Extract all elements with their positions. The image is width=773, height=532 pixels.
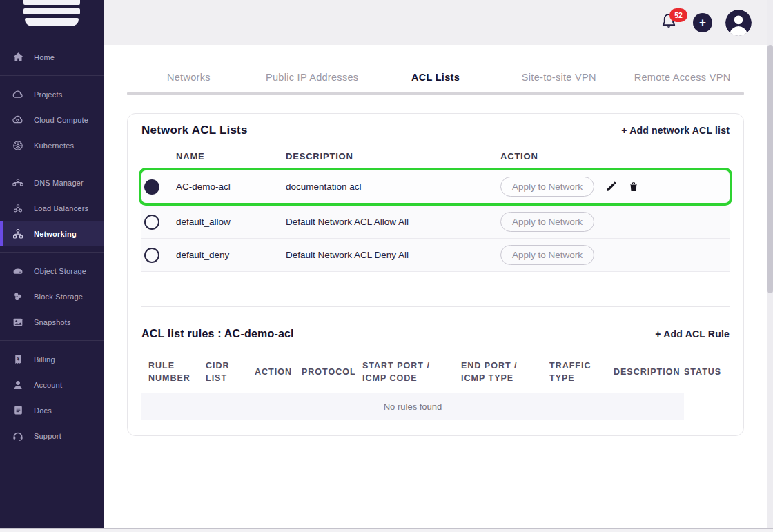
sidebar-group: $BillingAccountDocsSupport	[0, 341, 104, 454]
sidebar-item-networking[interactable]: Networking	[0, 221, 104, 246]
billing-icon: $	[11, 353, 25, 366]
object-storage-icon	[11, 264, 25, 278]
acl-description: Default Network ACL Allow All	[286, 217, 500, 227]
home-icon	[11, 50, 25, 64]
kubernetes-icon	[11, 139, 25, 152]
apply-to-network-button[interactable]: Apply to Network	[500, 212, 594, 232]
sidebar-item-block-storage[interactable]: Block Storage	[0, 284, 104, 309]
section-divider	[141, 306, 730, 307]
rules-title: ACL list rules : AC-demo-acl	[141, 328, 294, 340]
sidebar-item-load-balancers[interactable]: Load Balancers	[0, 195, 104, 221]
sidebar-item-label: Billing	[34, 355, 55, 364]
add-acl-rule-button[interactable]: + Add ACL Rule	[655, 328, 730, 339]
plus-icon: +	[699, 17, 706, 28]
vertical-scrollbar[interactable]	[767, 0, 773, 528]
edit-icon[interactable]	[605, 181, 617, 193]
sidebar-item-billing[interactable]: $Billing	[0, 346, 104, 372]
empty-state: No rules found	[141, 393, 684, 420]
projects-cloud-icon	[11, 88, 25, 101]
sidebar-item-dns-manager[interactable]: DNS Manager	[0, 170, 104, 195]
sidebar-item-projects[interactable]: Projects	[0, 81, 104, 107]
acl-description: documentation acl	[286, 181, 500, 192]
rules-column-start-port-icmp-code: START PORT / ICMP CODE	[362, 359, 461, 384]
tab-public-ip-addresses[interactable]: Public IP Addresses	[251, 72, 374, 83]
dns-manager-icon	[11, 176, 25, 190]
main-area: 52 + NetworksPublic IP AddressesACL List…	[104, 0, 773, 528]
tab-remote-access-vpn[interactable]: Remote Access VPN	[620, 72, 744, 83]
apply-to-network-button[interactable]: Apply to Network	[500, 245, 594, 265]
logo-bar	[23, 8, 80, 14]
acl-row-ac-demo-acl: AC-demo-acldocumentation aclApply to Net…	[139, 168, 732, 206]
sidebar-item-object-storage[interactable]: Object Storage	[0, 258, 104, 284]
acl-table-body: AC-demo-acldocumentation aclApply to Net…	[141, 168, 730, 272]
svg-text:$: $	[17, 356, 19, 362]
sidebar-item-label: Load Balancers	[34, 204, 88, 213]
tab-networks[interactable]: Networks	[127, 72, 251, 83]
networking-icon	[11, 227, 25, 241]
sidebar-item-label: Account	[34, 381, 62, 389]
sidebar-item-label: Home	[34, 53, 55, 61]
sidebar-item-snapshots[interactable]: Snapshots	[0, 309, 104, 335]
acl-select-radio[interactable]	[144, 248, 159, 263]
tab-bar: NetworksPublic IP AddressesACL ListsSite…	[127, 72, 744, 83]
rules-column-rule-number: RULE NUMBER	[141, 359, 206, 384]
acl-name: default_deny	[176, 250, 286, 260]
content: NetworksPublic IP AddressesACL ListsSite…	[104, 45, 773, 436]
acl-table-header: NAMEDESCRIPTIONACTION	[141, 151, 730, 161]
notifications-button[interactable]: 52	[659, 12, 680, 34]
sidebar: HomeProjectsCloud ComputeKubernetesDNS M…	[0, 0, 104, 528]
acl-name: AC-demo-acl	[176, 181, 286, 192]
sidebar-item-docs[interactable]: Docs	[0, 397, 104, 423]
acl-column-action: ACTION	[500, 151, 730, 161]
page-title: Network ACL Lists	[141, 124, 248, 137]
delete-icon[interactable]	[628, 181, 639, 193]
sidebar-nav: HomeProjectsCloud ComputeKubernetesDNS M…	[0, 39, 104, 454]
notification-badge: 52	[669, 8, 687, 22]
logo-bar	[23, 0, 80, 5]
sidebar-item-label: Snapshots	[34, 318, 71, 326]
sidebar-item-kubernetes[interactable]: Kubernetes	[0, 132, 104, 158]
sidebar-item-label: DNS Manager	[34, 179, 84, 187]
create-new-button[interactable]: +	[693, 13, 712, 32]
vertical-scrollbar-thumb[interactable]	[767, 45, 773, 293]
sidebar-item-label: Object Storage	[34, 267, 86, 275]
sidebar-item-home[interactable]: Home	[0, 44, 104, 70]
sidebar-group: DNS ManagerLoad BalancersNetworking	[0, 164, 104, 252]
rules-column-cidr-list: CIDR LIST	[206, 359, 255, 384]
sidebar-item-label: Docs	[34, 406, 52, 415]
account-icon	[11, 378, 25, 392]
sidebar-item-label: Support	[34, 432, 61, 440]
tab-underline	[127, 92, 744, 95]
add-network-acl-list-button[interactable]: + Add network ACL list	[621, 125, 730, 136]
rules-column-action: ACTION	[255, 366, 302, 378]
tab-site-to-site-vpn[interactable]: Site-to-site VPN	[497, 72, 620, 83]
sidebar-item-label: Networking	[34, 230, 77, 238]
acl-name: default_allow	[176, 217, 286, 227]
sidebar-group: ProjectsCloud ComputeKubernetes	[0, 76, 104, 164]
cloud-compute-icon	[11, 113, 25, 127]
acl-lists-card: Network ACL Lists + Add network ACL list…	[127, 113, 744, 436]
rules-column-protocol: PROTOCOL	[302, 366, 362, 378]
sidebar-item-cloud-compute[interactable]: Cloud Compute	[0, 107, 104, 132]
tab-acl-lists[interactable]: ACL Lists	[374, 72, 498, 83]
app-root: HomeProjectsCloud ComputeKubernetesDNS M…	[0, 0, 773, 532]
rules-table-header: RULE NUMBERCIDR LISTACTIONPROTOCOLSTART …	[141, 358, 730, 393]
acl-column-name: NAME	[176, 151, 286, 161]
rules-column-description: DESCRIPTION	[614, 366, 684, 378]
acl-select-radio[interactable]	[144, 215, 159, 230]
topbar: 52 +	[104, 0, 773, 45]
acl-select-radio[interactable]	[144, 179, 159, 195]
acl-row-default-deny: default_denyDefault Network ACL Deny All…	[141, 239, 730, 272]
docs-icon	[11, 404, 25, 417]
avatar[interactable]	[725, 10, 752, 36]
acl-column-description: DESCRIPTION	[286, 151, 500, 161]
stacked-bars-logo[interactable]	[23, 0, 80, 26]
apply-to-network-button[interactable]: Apply to Network	[500, 177, 594, 197]
rules-column-status: STATUS	[684, 366, 730, 378]
horizontal-scrollbar[interactable]	[0, 528, 773, 532]
rules-column-traffic-type: TRAFFIC TYPE	[549, 359, 614, 384]
sidebar-item-account[interactable]: Account	[0, 372, 104, 397]
acl-description: Default Network ACL Deny All	[286, 250, 500, 260]
sidebar-item-label: Cloud Compute	[34, 116, 88, 124]
sidebar-item-support[interactable]: Support	[0, 423, 104, 449]
